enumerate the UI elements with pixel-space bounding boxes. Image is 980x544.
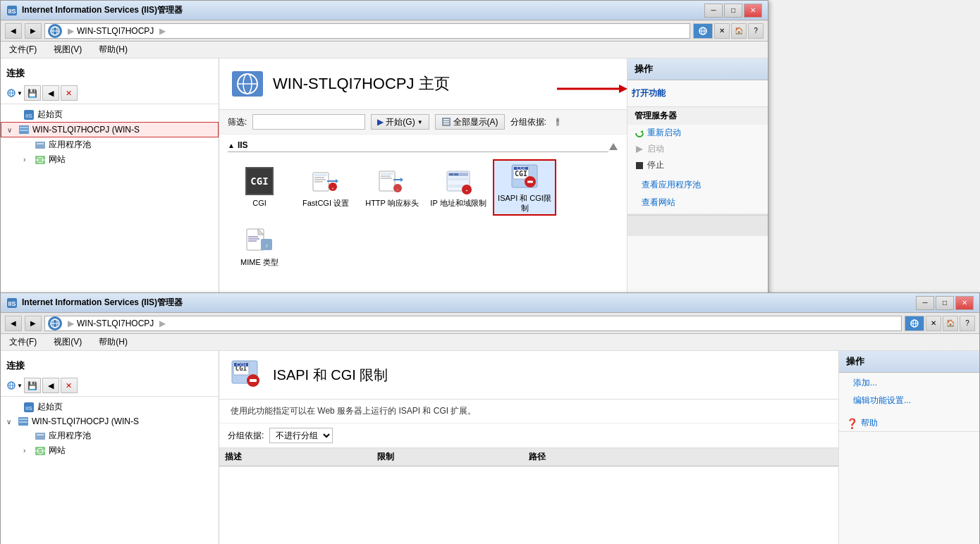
address-bar-2: ◀ ▶ ▶ WIN-STLQI7HOCPJ ▶ ✕ 🏠 ? xyxy=(1,313,979,334)
address-input-1[interactable]: ▶ WIN-STLQI7HOCPJ ▶ xyxy=(44,23,690,39)
address-text-1: WIN-STLQI7HOCPJ xyxy=(77,26,154,36)
edit-feature-btn-2[interactable]: 编辑功能设置... xyxy=(839,392,979,409)
maximize-btn-1[interactable]: □ xyxy=(724,4,742,18)
add-btn-2[interactable]: 添加... xyxy=(839,373,979,392)
menu-view-2[interactable]: 视图(V) xyxy=(51,335,85,350)
help-nav-btn-1[interactable]: ? xyxy=(748,23,764,39)
content-title-1: WIN-STLQI7HOCPJ 主页 xyxy=(273,73,450,94)
minimize-btn-1[interactable]: ─ xyxy=(704,4,723,18)
start-btn-1[interactable]: ▶ 开始(G) ▼ xyxy=(371,114,429,130)
main-layout-1: 连接 ▼ 💾 ◀ ✕ IIS 起始页 ∨ xyxy=(1,58,768,304)
fastcgi-icon: - xyxy=(312,167,340,195)
fastcgi-label: FastCGI 设置 xyxy=(302,198,349,208)
start-server-btn-1[interactable]: 启动 xyxy=(647,143,664,155)
window1: IIS Internet Information Services (IIS)管… xyxy=(0,0,768,303)
help-nav-btn-2[interactable]: ? xyxy=(960,316,975,331)
help-btn-2[interactable]: 帮助 xyxy=(861,417,878,429)
filter-bar-1: 筛选: ▶ 开始(G) ▼ 全部显示(A) 分组依据: xyxy=(219,110,627,135)
content-area-2: CGI CGI ISAPI 和 CGI 限制 使用此功能指定可以在 Web 服务… xyxy=(219,351,838,544)
table-col-limit: 限制 xyxy=(377,451,529,463)
sidebar-save-btn-1[interactable]: 💾 xyxy=(24,85,41,101)
home-nav-btn-1[interactable]: 🏠 xyxy=(731,23,747,39)
sidebar-globe-dropdown[interactable]: ▼ xyxy=(17,90,23,97)
home-nav-btn-2[interactable]: 🏠 xyxy=(943,316,958,331)
start-arrow-icon: ▶ xyxy=(377,117,384,127)
forward-btn-1[interactable]: ▶ xyxy=(25,23,42,39)
feature-icon-http[interactable]: - HTTP 响应标头 xyxy=(360,159,424,216)
sidebar-home-label-2: 起始页 xyxy=(37,401,63,413)
stop-server-btn-1[interactable]: 停止 xyxy=(647,159,664,171)
group-by-select-2[interactable]: 不进行分组 xyxy=(269,428,333,443)
sidebar-item-server-2[interactable]: ∨ WIN-STLQI7HOCPJ (WIN-S xyxy=(1,414,219,428)
addr-arrow-1: ▶ xyxy=(159,26,166,36)
menu-file-1[interactable]: 文件(F) xyxy=(6,42,39,57)
close-btn-1[interactable]: ✕ xyxy=(744,4,762,18)
sidebar-item-server-1[interactable]: ∨ WIN-STLQI7HOCPJ (WIN-S xyxy=(1,122,219,137)
ip-icon: - xyxy=(444,167,472,195)
close-btn-2[interactable]: ✕ xyxy=(955,296,974,310)
iis-title-icon-2: IIS xyxy=(6,297,18,309)
svg-rect-62 xyxy=(527,180,533,183)
stop-nav-btn-1[interactable]: ✕ xyxy=(714,23,730,39)
forward-btn-2[interactable]: ▶ xyxy=(25,316,42,331)
apppool-icon-1 xyxy=(35,140,46,151)
svg-rect-67 xyxy=(248,240,257,242)
table-col-path: 路径 xyxy=(529,451,833,463)
svg-rect-92 xyxy=(37,434,44,435)
sidebar-globe-dropdown-2[interactable]: ▼ xyxy=(17,383,23,389)
feature-icon-isapi[interactable]: CGI CGI ISAPI 和 CGI限制 xyxy=(493,159,556,216)
svg-rect-43 xyxy=(381,178,392,179)
refresh-btn-2[interactable] xyxy=(905,316,924,331)
stop-nav-btn-2[interactable]: ✕ xyxy=(926,316,941,331)
svg-text:♪: ♪ xyxy=(265,242,268,249)
menu-file-2[interactable]: 文件(F) xyxy=(6,335,39,350)
sidebar-item-apppool-2[interactable]: 应用程序池 xyxy=(1,428,219,443)
svg-text:-: - xyxy=(332,185,334,191)
address-input-2[interactable]: ▶ WIN-STLQI7HOCPJ ▶ xyxy=(44,316,902,331)
show-all-icon xyxy=(441,117,451,127)
sidebar-item-website-2[interactable]: › 网站 xyxy=(1,443,219,458)
svg-rect-28 xyxy=(443,123,449,125)
back-btn-2[interactable]: ◀ xyxy=(5,316,22,331)
sidebar-item-website-1[interactable]: › 网站 xyxy=(1,152,219,167)
filter-input-1[interactable] xyxy=(252,114,365,130)
title-bar-1: IIS Internet Information Services (IIS)管… xyxy=(1,1,768,20)
sidebar-delete-btn-1[interactable]: ✕ xyxy=(61,85,78,101)
feature-icon-mime[interactable]: ♪ MIME 类型 xyxy=(228,218,291,275)
home-icon: IIS xyxy=(23,109,35,120)
sidebar-item-home-2[interactable]: IIS 起始页 xyxy=(1,400,219,414)
svg-rect-34 xyxy=(314,177,324,178)
sidebar-back-btn-1[interactable]: ◀ xyxy=(42,85,59,101)
view-apppools-btn-1[interactable]: 查看应用程序池 xyxy=(627,176,768,194)
menu-help-2[interactable]: 帮助(H) xyxy=(96,335,130,350)
content-description-2: 使用此功能指定可以在 Web 服务器上运行的 ISAPI 和 CGI 扩展。 xyxy=(219,400,838,424)
iis-section-collapse-icon[interactable]: ▲ xyxy=(228,142,235,149)
svg-marker-72 xyxy=(640,130,643,133)
feature-icon-cgi[interactable]: CGI CGI xyxy=(228,159,291,216)
svg-text:IIS: IIS xyxy=(8,8,16,15)
minimize-btn-2[interactable]: ─ xyxy=(916,296,934,310)
back-btn-1[interactable]: ◀ xyxy=(5,23,22,39)
menu-help-1[interactable]: 帮助(H) xyxy=(96,42,130,57)
svg-marker-37 xyxy=(336,179,338,183)
sidebar-save-btn-2[interactable]: 💾 xyxy=(24,378,41,393)
svg-marker-31 xyxy=(609,143,618,150)
sidebar-back-btn-2[interactable]: ◀ xyxy=(42,378,59,393)
menu-view-1[interactable]: 视图(V) xyxy=(51,42,85,57)
view-sites-btn-1[interactable]: 查看网站 xyxy=(627,194,768,211)
sidebar-item-apppool-1[interactable]: 应用程序池 xyxy=(1,137,219,152)
open-feature-btn-1[interactable]: 打开功能 xyxy=(632,85,673,102)
cgi-label: CGI xyxy=(252,198,267,208)
actions-title-1: 操作 xyxy=(627,58,768,80)
show-all-btn-1[interactable]: 全部显示(A) xyxy=(435,114,505,130)
feature-icon-fastcgi[interactable]: - FastCGI 设置 xyxy=(294,159,357,216)
restart-btn-1[interactable]: 重新启动 xyxy=(647,127,681,139)
menu-bar-2: 文件(F) 视图(V) 帮助(H) xyxy=(1,334,979,351)
sidebar-item-home-1[interactable]: IIS 起始页 xyxy=(1,107,219,122)
feature-icon-ip[interactable]: - IP 地址和域限制 xyxy=(427,159,490,216)
refresh-btn-1[interactable] xyxy=(693,23,713,39)
sidebar-delete-btn-2[interactable]: ✕ xyxy=(61,378,78,393)
ip-img: - xyxy=(444,167,472,195)
maximize-btn-2[interactable]: □ xyxy=(936,296,954,310)
isapi-icon: CGI CGI xyxy=(510,162,539,190)
